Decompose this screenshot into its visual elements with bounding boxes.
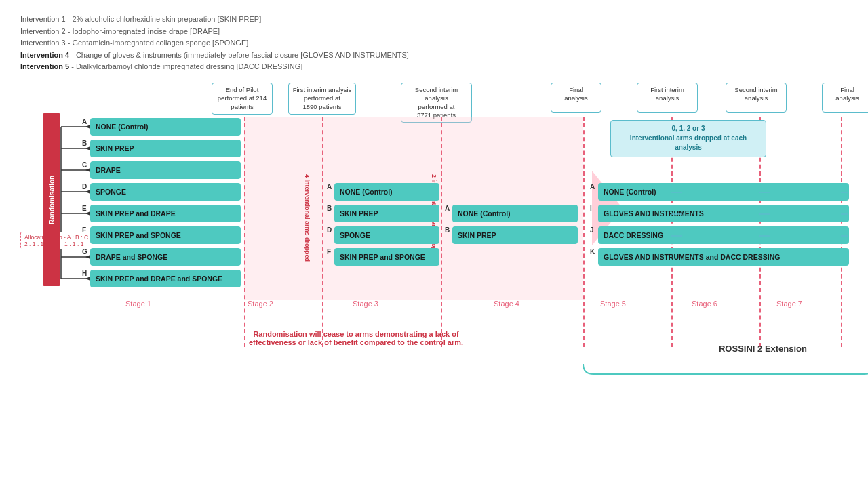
stage1-arm-e-label: SKIN PREP and DRAPE <box>96 209 176 218</box>
stage-label-1: Stage 1 <box>125 300 151 308</box>
stage5-arm-j: DACC DRESSING <box>598 226 849 244</box>
stage5-arm-k-label: GLOVES AND INSTRUMENTS and DACC DRESSING <box>604 253 780 261</box>
stage1-arm-e: SKIN PREP and DRAPE <box>90 205 241 222</box>
stage1-letter-b: B <box>82 140 87 147</box>
stage4-arm-b: SKIN PREP <box>452 226 578 244</box>
stage5-letter-k: K <box>590 248 595 256</box>
stage3-arm-f-label: SKIN PREP and SPONGE <box>340 253 425 261</box>
stage5-arm-a: NONE (Control) <box>598 183 849 201</box>
stage1-arm-h-label: SKIN PREP and DRAPE and SPONGE <box>96 274 222 283</box>
dashed-line-4 <box>583 117 585 347</box>
stage-label-6: Stage 6 <box>692 300 717 308</box>
stage1-letter-h: H <box>82 270 87 277</box>
stage1-letter-c: C <box>82 161 87 169</box>
stage1-arm-b-label: SKIN PREP <box>96 144 134 152</box>
stage1-arm-h: SKIN PREP and DRAPE and SPONGE <box>90 270 241 287</box>
interventions-legend: Intervention 1 - 2% alcoholic chlorhexid… <box>20 14 848 73</box>
stage-label-2: Stage 2 <box>248 300 273 308</box>
col-header-final-analysis: Finalanalysis <box>551 83 601 113</box>
stage3-letter-b: B <box>327 205 332 212</box>
stage3-arm-f: SKIN PREP and SPONGE <box>334 248 439 266</box>
stage1-arm-d-label: SPONGE <box>96 188 126 196</box>
stage5-arm-j-label: DACC DRESSING <box>604 231 663 239</box>
cyan-info-box: 0, 1, 2 or 3interventional arms dropped … <box>610 120 766 157</box>
stage-label-4: Stage 4 <box>494 300 519 308</box>
dashed-line-2 <box>322 117 323 347</box>
stage5-arm-a-label: NONE (Control) <box>604 188 656 196</box>
stage1-arm-a: NONE (Control) <box>90 118 241 136</box>
rossini-label: ROSSINI 2 Extension <box>658 344 868 354</box>
stage1-arm-c: DRAPE <box>90 161 241 179</box>
stage3-arm-a-label: NONE (Control) <box>340 188 393 196</box>
stage-label-7: Stage 7 <box>776 300 802 308</box>
intervention-2: Intervention 2 - Iodophor-impregnated in… <box>20 26 848 38</box>
stage1-arm-c-label: DRAPE <box>96 166 121 174</box>
cyan-info-text: 0, 1, 2 or 3interventional arms dropped … <box>630 125 747 151</box>
dashed-line-3 <box>441 117 442 347</box>
stage1-arm-g: DRAPE and SPONGE <box>90 248 241 266</box>
col-header-rossini-first: First interimanalysis <box>637 83 698 113</box>
stage4-letter-b: B <box>445 226 450 234</box>
stage5-letter-j: J <box>590 226 594 234</box>
stage3-arm-d-label: SPONGE <box>340 231 370 239</box>
stage3-arm-d: SPONGE <box>334 226 439 244</box>
stage4-arm-a: NONE (Control) <box>452 205 578 222</box>
stage1-letter-g: G <box>82 248 87 256</box>
stage1-arm-f: SKIN PREP and SPONGE <box>90 226 241 244</box>
col-header-rossini-final: Finalanalysis <box>822 83 868 113</box>
intervention-5: Intervention 5 - Dialkylcarbamoyl chlori… <box>20 61 848 73</box>
col-header-rossini-second: Second interimanalysis <box>726 83 787 113</box>
stage3-arm-b-label: SKIN PREP <box>340 209 378 218</box>
intervention-1: Intervention 1 - 2% alcoholic chlorhexid… <box>20 14 848 26</box>
stage5-arm-k: GLOVES AND INSTRUMENTS and DACC DRESSING <box>598 248 849 266</box>
intervention-4: Intervention 4 - Change of gloves & inst… <box>20 49 848 62</box>
stage4-arm-a-label: NONE (Control) <box>458 209 511 218</box>
intervention-3: Intervention 3 - Gentamicin-impregnated … <box>20 37 848 49</box>
col-header-end-pilot: End of Pilotperformed at 214patients <box>212 83 273 115</box>
stage3-letter-d: D <box>327 226 332 234</box>
col-header-first-interim: First interim analysisperformed at1890 p… <box>288 83 356 115</box>
stage5-arm-i: GLOVES AND INSTRUMENTS <box>598 205 849 222</box>
stage1-arm-a-label: NONE (Control) <box>96 123 149 131</box>
stage-label-5: Stage 5 <box>600 300 626 308</box>
stage3-letter-f: F <box>327 248 331 256</box>
stage5-letter-i: I <box>590 205 592 212</box>
randomisation-label: Randomisation <box>48 175 56 224</box>
dashed-line-1 <box>244 117 245 347</box>
bottom-note: Randomisation will cease to arms demonst… <box>231 330 481 346</box>
dropped-4-text: 4 interventional arms dropped <box>304 150 311 286</box>
stage1-arm-d: SPONGE <box>90 183 241 201</box>
stage3-letter-a: A <box>327 183 332 190</box>
diagram: Allocation ratio - A : B : C : D : E : F… <box>20 83 848 449</box>
stage1-letter-f: F <box>82 226 86 234</box>
stage3-arm-a: NONE (Control) <box>334 183 439 201</box>
stage1-letter-e: E <box>82 205 87 212</box>
stage1-arm-f-label: SKIN PREP and SPONGE <box>96 231 181 239</box>
stage1-letter-a: A <box>82 118 87 125</box>
stage5-arm-i-label: GLOVES AND INSTRUMENTS <box>604 209 704 218</box>
stage4-arm-b-label: SKIN PREP <box>458 231 496 239</box>
stage4-letter-a: A <box>445 205 450 212</box>
stage5-letter-a: A <box>590 183 595 190</box>
stage1-arm-g-label: DRAPE and SPONGE <box>96 253 167 261</box>
page: Intervention 1 - 2% alcoholic chlorhexid… <box>0 0 868 488</box>
stage1-letter-d: D <box>82 183 87 190</box>
stage1-arm-b: SKIN PREP <box>90 140 241 157</box>
stage-label-3: Stage 3 <box>353 300 378 308</box>
stage3-arm-b: SKIN PREP <box>334 205 439 222</box>
randomisation-box: Randomisation <box>43 113 60 286</box>
